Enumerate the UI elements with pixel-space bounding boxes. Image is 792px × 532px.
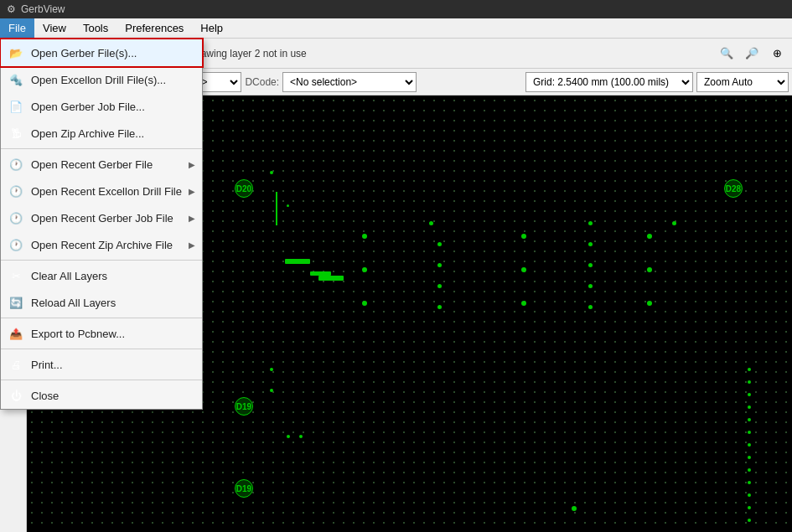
pad-9 bbox=[588, 242, 593, 246]
dropdown-label-reload-layers: Reload All Layers bbox=[31, 297, 195, 309]
layer-status-text: Drawing layer 2 not in use bbox=[190, 48, 307, 59]
dropdown-icon-reload-layers: 🔄 bbox=[8, 294, 24, 311]
menu-tools[interactable]: Tools bbox=[75, 18, 116, 38]
pad-3 bbox=[429, 221, 433, 225]
pad-4 bbox=[437, 242, 442, 246]
dropdown-item-close[interactable]: ⏻Close bbox=[1, 382, 202, 409]
dropdown-item-open-job[interactable]: 📄Open Gerber Job File... bbox=[1, 93, 202, 120]
dropdown-item-recent-excellon[interactable]: 🕐Open Recent Excellon Drill File▶ bbox=[1, 178, 202, 204]
dropdown-icon-recent-excellon: 🕐 bbox=[8, 183, 24, 199]
pcb-dot-4 bbox=[647, 267, 652, 272]
dropdown-icon-recent-gerber: 🕐 bbox=[8, 156, 24, 173]
pcb-label-d20-tl: D20 bbox=[235, 179, 253, 198]
pcb-rect-3 bbox=[310, 271, 331, 276]
title-bar-title: GerbView bbox=[21, 3, 65, 15]
pad-14 bbox=[748, 368, 751, 371]
dropdown-label-recent-gerber: Open Recent Gerber File bbox=[31, 158, 182, 171]
dropdown-arrow-recent-zip: ▶ bbox=[189, 240, 195, 250]
pad-24 bbox=[748, 493, 751, 497]
pad-5 bbox=[437, 263, 442, 267]
pad-22 bbox=[748, 468, 751, 472]
dcode-label: DCode: bbox=[245, 76, 279, 88]
pcb-dot-1 bbox=[362, 234, 367, 239]
pcb-rect-2 bbox=[318, 276, 344, 281]
menu-preferences[interactable]: Preferences bbox=[116, 18, 192, 38]
dropdown-item-recent-zip[interactable]: 🕐Open Recent Zip Archive File▶ bbox=[1, 231, 202, 258]
dropdown-item-clear-layers[interactable]: ✂Clear All Layers bbox=[1, 262, 202, 289]
pad-20 bbox=[748, 443, 751, 447]
dropdown-icon-open-zip: 🗜 bbox=[8, 125, 24, 142]
dropdown-label-recent-job: Open Recent Gerber Job File bbox=[31, 212, 182, 225]
pad-1 bbox=[270, 171, 273, 174]
dropdown-item-open-zip[interactable]: 🗜Open Zip Archive File... bbox=[1, 120, 202, 147]
dcode-select[interactable]: <No selection> bbox=[282, 72, 417, 92]
zoom-fit-icon: ⊕ bbox=[773, 47, 782, 59]
menu-bar: File 📂Open Gerber File(s)...🔩Open Excell… bbox=[0, 18, 792, 39]
menu-file-label: File bbox=[8, 22, 26, 34]
dropdown-item-recent-job[interactable]: 🕐Open Recent Gerber Job File▶ bbox=[1, 204, 202, 231]
dropdown-icon-open-excellon: 🔩 bbox=[8, 71, 24, 88]
menu-preferences-label: Preferences bbox=[125, 22, 184, 34]
dropdown-icon-recent-zip: 🕐 bbox=[8, 236, 24, 253]
pcb-line-1 bbox=[276, 192, 277, 225]
pad-11 bbox=[588, 284, 593, 288]
pcb-dot-5 bbox=[647, 301, 652, 306]
dropdown-separator bbox=[1, 148, 202, 149]
pcb-dot-11 bbox=[270, 368, 273, 371]
menu-file[interactable]: File 📂Open Gerber File(s)...🔩Open Excell… bbox=[0, 18, 34, 38]
menu-view[interactable]: View bbox=[34, 18, 75, 38]
dropdown-icon-open-gerber: 📂 bbox=[8, 44, 24, 61]
file-dropdown-menu: 📂Open Gerber File(s)...🔩Open Excellon Dr… bbox=[0, 39, 203, 410]
zoom-select[interactable]: Zoom Auto Zoom 100% Zoom 200% bbox=[696, 72, 789, 92]
pad-10 bbox=[588, 263, 593, 267]
pad-21 bbox=[748, 456, 751, 459]
pcb-dot-13 bbox=[287, 435, 290, 438]
pad-25 bbox=[748, 506, 751, 509]
dropdown-item-recent-gerber[interactable]: 🕐Open Recent Gerber File▶ bbox=[1, 151, 202, 178]
pad-13 bbox=[672, 221, 676, 225]
dropdown-separator bbox=[1, 260, 202, 261]
pad-2 bbox=[287, 204, 289, 207]
dropdown-icon-recent-job: 🕐 bbox=[8, 209, 24, 226]
dropdown-item-open-gerber[interactable]: 📂Open Gerber File(s)... bbox=[1, 39, 202, 66]
pad-15 bbox=[748, 380, 751, 384]
pad-26 bbox=[748, 519, 751, 522]
grid-select[interactable]: Grid: 2.5400 mm (100.00 mils) Grid: 1.27… bbox=[525, 72, 693, 92]
menu-help[interactable]: Help bbox=[192, 18, 231, 38]
pad-7 bbox=[437, 305, 442, 309]
zoom-out-icon: 🔎 bbox=[745, 47, 758, 59]
pcb-label-d28-tr: D28 bbox=[724, 179, 743, 198]
dropdown-item-export-pcbnew[interactable]: 📤Export to Pcbnew... bbox=[1, 320, 202, 347]
pad-23 bbox=[748, 481, 751, 484]
dropdown-icon-clear-layers: ✂ bbox=[8, 267, 24, 284]
dropdown-label-open-gerber: Open Gerber File(s)... bbox=[31, 47, 195, 59]
zoom-in-icon: 🔍 bbox=[720, 47, 733, 59]
pcb-label-d19-ml: D19 bbox=[235, 397, 253, 416]
pcb-dot-14 bbox=[299, 435, 303, 438]
pad-18 bbox=[748, 418, 751, 421]
dropdown-label-close: Close bbox=[31, 390, 195, 402]
dropdown-item-reload-layers[interactable]: 🔄Reload All Layers bbox=[1, 289, 202, 316]
dropdown-separator bbox=[1, 380, 202, 380]
pcb-dot-6 bbox=[362, 267, 367, 272]
dropdown-separator bbox=[1, 349, 202, 349]
dropdown-icon-open-job: 📄 bbox=[8, 98, 24, 115]
pad-16 bbox=[748, 393, 751, 396]
title-bar-icon: ⚙ bbox=[7, 3, 16, 15]
dropdown-item-print[interactable]: 🖨Print... bbox=[1, 351, 202, 378]
zoom-fit-button[interactable]: ⊕ bbox=[765, 42, 789, 65]
zoom-in-button[interactable]: 🔍 bbox=[715, 42, 738, 65]
dropdown-label-print: Print... bbox=[31, 359, 195, 371]
dropdown-label-open-job: Open Gerber Job File... bbox=[31, 101, 195, 113]
pcb-dot-8 bbox=[362, 301, 367, 306]
dropdown-label-open-zip: Open Zip Archive File... bbox=[31, 127, 195, 140]
dropdown-label-clear-layers: Clear All Layers bbox=[31, 270, 195, 282]
pcb-dot-3 bbox=[647, 234, 652, 239]
menu-view-label: View bbox=[43, 22, 66, 34]
menu-help-label: Help bbox=[200, 22, 223, 34]
dropdown-item-open-excellon[interactable]: 🔩Open Excellon Drill File(s)... bbox=[1, 66, 202, 93]
dropdown-icon-close: ⏻ bbox=[8, 387, 24, 404]
zoom-out-button[interactable]: 🔎 bbox=[740, 42, 764, 65]
dropdown-label-open-excellon: Open Excellon Drill File(s)... bbox=[31, 74, 195, 86]
pad-6 bbox=[437, 284, 442, 288]
